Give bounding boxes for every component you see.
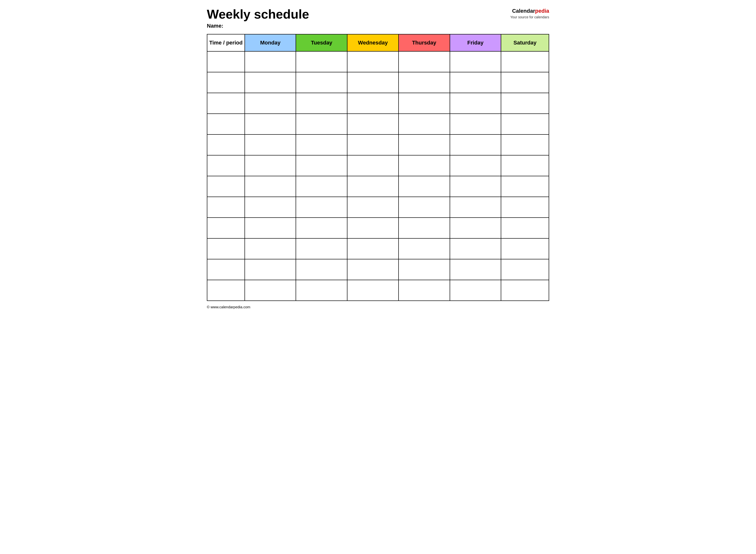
table-cell-friday[interactable] (450, 51, 501, 72)
table-cell-monday[interactable] (245, 176, 296, 197)
table-cell-saturday[interactable] (501, 134, 549, 155)
footer-url: © www.calendarpedia.com (207, 305, 250, 309)
table-cell-saturday[interactable] (501, 155, 549, 176)
table-cell-tuesday[interactable] (296, 280, 347, 301)
table-cell-monday[interactable] (245, 218, 296, 238)
table-cell-time[interactable] (207, 280, 245, 301)
table-cell-time[interactable] (207, 155, 245, 176)
table-cell-monday[interactable] (245, 72, 296, 93)
table-cell-thursday[interactable] (398, 114, 450, 134)
table-cell-thursday[interactable] (398, 280, 450, 301)
table-cell-friday[interactable] (450, 93, 501, 114)
table-cell-monday[interactable] (245, 238, 296, 259)
table-cell-saturday[interactable] (501, 197, 549, 218)
table-cell-friday[interactable] (450, 155, 501, 176)
table-cell-saturday[interactable] (501, 93, 549, 114)
table-cell-wednesday[interactable] (347, 176, 398, 197)
page-title: Weekly schedule (207, 7, 510, 21)
table-cell-tuesday[interactable] (296, 197, 347, 218)
table-cell-wednesday[interactable] (347, 238, 398, 259)
table-cell-wednesday[interactable] (347, 280, 398, 301)
table-cell-friday[interactable] (450, 176, 501, 197)
table-cell-tuesday[interactable] (296, 218, 347, 238)
table-cell-thursday[interactable] (398, 218, 450, 238)
table-cell-monday[interactable] (245, 93, 296, 114)
table-cell-monday[interactable] (245, 197, 296, 218)
table-cell-time[interactable] (207, 197, 245, 218)
table-cell-wednesday[interactable] (347, 259, 398, 280)
table-cell-tuesday[interactable] (296, 114, 347, 134)
table-cell-time[interactable] (207, 93, 245, 114)
table-cell-time[interactable] (207, 259, 245, 280)
table-cell-saturday[interactable] (501, 51, 549, 72)
table-cell-wednesday[interactable] (347, 72, 398, 93)
table-cell-thursday[interactable] (398, 72, 450, 93)
table-cell-thursday[interactable] (398, 155, 450, 176)
table-cell-tuesday[interactable] (296, 93, 347, 114)
table-cell-monday[interactable] (245, 259, 296, 280)
table-cell-wednesday[interactable] (347, 155, 398, 176)
table-cell-time[interactable] (207, 51, 245, 72)
table-cell-saturday[interactable] (501, 280, 549, 301)
table-cell-saturday[interactable] (501, 238, 549, 259)
table-cell-time[interactable] (207, 176, 245, 197)
table-cell-friday[interactable] (450, 259, 501, 280)
table-row (207, 197, 549, 218)
table-cell-wednesday[interactable] (347, 93, 398, 114)
table-cell-monday[interactable] (245, 134, 296, 155)
table-cell-friday[interactable] (450, 134, 501, 155)
table-cell-tuesday[interactable] (296, 155, 347, 176)
table-cell-wednesday[interactable] (347, 197, 398, 218)
table-cell-wednesday[interactable] (347, 134, 398, 155)
logo-brand-part2: pedia (535, 8, 549, 14)
table-cell-saturday[interactable] (501, 259, 549, 280)
table-cell-friday[interactable] (450, 280, 501, 301)
table-cell-monday[interactable] (245, 114, 296, 134)
table-cell-time[interactable] (207, 72, 245, 93)
logo-subtitle: Your source for calendars (510, 15, 549, 20)
table-cell-tuesday[interactable] (296, 238, 347, 259)
table-header-row: Time / period Monday Tuesday Wednesday T… (207, 34, 549, 51)
schedule-body (207, 51, 549, 301)
table-row (207, 218, 549, 238)
table-cell-time[interactable] (207, 134, 245, 155)
table-cell-thursday[interactable] (398, 238, 450, 259)
table-cell-thursday[interactable] (398, 197, 450, 218)
table-cell-wednesday[interactable] (347, 51, 398, 72)
table-cell-monday[interactable] (245, 51, 296, 72)
table-row (207, 155, 549, 176)
table-row (207, 51, 549, 72)
table-cell-thursday[interactable] (398, 134, 450, 155)
table-cell-friday[interactable] (450, 218, 501, 238)
table-cell-thursday[interactable] (398, 51, 450, 72)
col-header-friday: Friday (450, 34, 501, 51)
table-cell-friday[interactable] (450, 197, 501, 218)
table-cell-monday[interactable] (245, 155, 296, 176)
table-cell-thursday[interactable] (398, 176, 450, 197)
page-wrapper: Weekly schedule Name: Calendarpedia Your… (207, 7, 549, 309)
table-row (207, 72, 549, 93)
table-cell-saturday[interactable] (501, 218, 549, 238)
table-cell-friday[interactable] (450, 114, 501, 134)
table-cell-thursday[interactable] (398, 93, 450, 114)
table-cell-tuesday[interactable] (296, 134, 347, 155)
col-header-monday: Monday (245, 34, 296, 51)
table-cell-saturday[interactable] (501, 72, 549, 93)
table-cell-friday[interactable] (450, 72, 501, 93)
table-cell-thursday[interactable] (398, 259, 450, 280)
table-cell-time[interactable] (207, 218, 245, 238)
table-cell-saturday[interactable] (501, 114, 549, 134)
table-row (207, 134, 549, 155)
table-cell-tuesday[interactable] (296, 51, 347, 72)
table-cell-time[interactable] (207, 238, 245, 259)
table-cell-wednesday[interactable] (347, 218, 398, 238)
table-row (207, 114, 549, 134)
table-cell-saturday[interactable] (501, 176, 549, 197)
table-cell-tuesday[interactable] (296, 176, 347, 197)
table-cell-wednesday[interactable] (347, 114, 398, 134)
table-cell-tuesday[interactable] (296, 259, 347, 280)
table-cell-monday[interactable] (245, 280, 296, 301)
table-cell-time[interactable] (207, 114, 245, 134)
table-cell-friday[interactable] (450, 238, 501, 259)
table-cell-tuesday[interactable] (296, 72, 347, 93)
